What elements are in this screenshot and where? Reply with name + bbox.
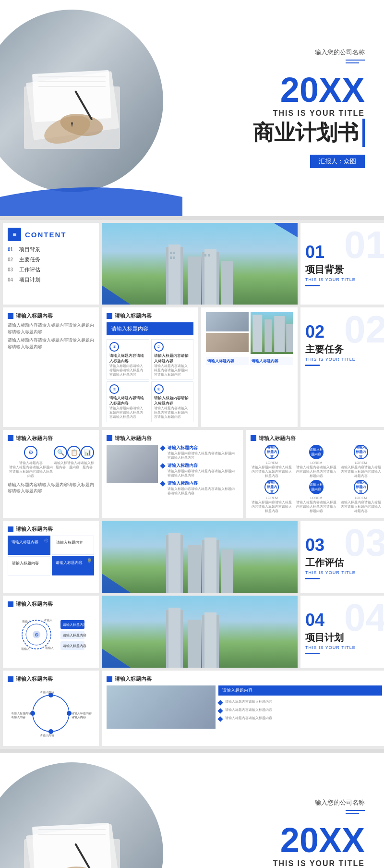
end-hands-illustration (0, 782, 144, 868)
lorem-circle-2: 请输入标题内容 (309, 445, 324, 459)
section-01-en: THIS IS YOUR TITLE (305, 277, 382, 282)
separator-2 (0, 749, 384, 753)
building-slide-1 (102, 223, 298, 305)
row-3: 请输入标题内容 ⚙ 请输入标题内容 请输入标题内容请输入标题内容请输入标题内容请… (3, 430, 384, 518)
cell-4a-3-text: 请输入标题内容 (12, 561, 46, 566)
slide-5c-section04: 04 04 项目计划 THIS IS YOUR TITLE (300, 596, 384, 668)
slide-2a-header: 请输入标题内容 (8, 312, 94, 319)
circle-label-4: 请输入标题内容 (81, 461, 94, 469)
list-text-3b-1: 请输入标题内容 请输入标题内容请输入标题内容请输入标题内容请输入标题内容 (168, 445, 238, 460)
slide-3a-header-text: 请输入标题内容 (16, 435, 53, 442)
cover-circle (0, 10, 163, 192)
photo-2c-2 (206, 333, 249, 352)
grid-tiny-1: 请输入标题内容请输入标题内容请输入标题内容请输入标题内容 (109, 364, 146, 377)
slide-4c-section03: 03 03 工作评估 THIS IS YOUR TITLE (300, 521, 384, 593)
svg-rect-21 (208, 254, 210, 257)
slide-2d: 02 02 主要任务 THIS IS YOUR TITLE (300, 307, 384, 427)
cover-title-cn: 商业计划书 (253, 119, 365, 147)
lorem-text-4: LOREM (251, 496, 293, 500)
icon-circles-row: ⚙ 请输入标题内容 请输入标题内容请输入标题内容请输入标题内容请输入标题内容 🔍… (8, 446, 94, 478)
photo-group-2c (206, 312, 249, 354)
svg-text:请输入: 请输入 (45, 647, 54, 649)
lorem-sub-3: 请输入标题内容请输入标题内容请输入标题内容请输入标题内容 (339, 465, 382, 478)
lorem-text-6: LOREM (339, 496, 382, 500)
svg-rect-14 (204, 249, 216, 305)
svg-rect-50 (168, 608, 180, 668)
lorem-circle-6: 请输入标题内容 (354, 480, 368, 494)
svg-rect-20 (204, 254, 206, 257)
svg-text:请输入标题内容: 请输入标题内容 (11, 711, 31, 715)
list-item-3b-1: 请输入标题内容 请输入标题内容请输入标题内容请输入标题内容请输入标题内容 (161, 445, 238, 460)
list-6b-3: 请输入标题内容请输入标题内容 (218, 716, 382, 721)
circle-icon-2: 🔍 (54, 446, 67, 459)
list-title-3b-1: 请输入标题内容 (168, 445, 238, 451)
cover-decorative-lines (346, 60, 365, 65)
svg-rect-15 (221, 261, 233, 305)
section-02-en: THIS IS YOUR TITLE (305, 357, 382, 362)
lorem-item-5: 请输入标题内容 LOREM 请输入标题内容请输入标题内容请输入标题内容请输入标题… (295, 480, 338, 513)
lorem-circle-4: 请输入标题内容 (264, 480, 279, 494)
cover-subtitle-en: THIS IS YOUR TITLE (273, 109, 365, 118)
svg-rect-17 (173, 252, 175, 254)
slide-5a-header-text: 请输入标题内容 (16, 600, 53, 608)
circle-icon-1: ⚙ (24, 446, 37, 459)
photo-2c-3 (251, 312, 293, 354)
slide-6b: 请输入标题内容 请输入标题内容 请输入标题内容请输入标题内容 请输入标题内容请输… (102, 671, 384, 746)
content-icon: ≡ (8, 228, 21, 241)
list-sub-3b-2: 请输入标题内容请输入标题内容请输入标题内容请输入标题内容 (168, 469, 238, 477)
cover-accent-arc (0, 178, 182, 216)
slide-4a: 请输入标题内容 请输入标题内容 ◎ 请输入标题内容 请输入标题内容 请输入标题内… (3, 521, 99, 593)
item-num-1: 01 (8, 247, 15, 252)
svg-text:请输入内容: 请输入内容 (40, 734, 54, 737)
lorem-circle-3: 请输入标题内容 (354, 445, 368, 459)
blue-rect-3c (251, 435, 256, 441)
slide-6b-header-text: 请输入标题内容 (115, 675, 152, 683)
circular-svg: 请输入标题内容 请输入内容 请输入标题内容 请输入内容 请输入内容 请输入内容 (10, 689, 92, 737)
svg-rect-53 (204, 612, 216, 668)
content-menu-slide: ≡ CONTENT 01 项目背景 02 主要任务 03 工作评估 04 (3, 223, 99, 305)
list-title-3b-3: 请输入标题内容 (168, 480, 238, 487)
icon-1: ① (109, 342, 119, 352)
slide-3b: 请输入标题内容 请输入标题内容 请输入标题内容请输入标题内容请输入标题内容请输入… (102, 430, 243, 518)
lorem-text-2: LOREM (295, 461, 338, 465)
icon-2: ② (154, 342, 164, 352)
end-slide: 输入您的公司名称 20XX THIS IS YOUR TITLE 感谢观看 汇报… (0, 753, 384, 868)
svg-text:请输入: 请输入 (21, 648, 30, 650)
slide-3c-header-text: 请输入标题内容 (259, 435, 296, 442)
end-image (0, 762, 163, 868)
blue-rect-5a (8, 601, 13, 607)
lorem-item-3: 请输入标题内容 LOREM 请输入标题内容请输入标题内容请输入标题内容请输入标题… (339, 445, 382, 478)
cell-4a-1: 请输入标题内容 ◎ (8, 536, 50, 555)
svg-point-59 (67, 711, 72, 716)
circle-icon-4: 📊 (81, 446, 94, 459)
lorem-circle-5: 请输入标题内容 (309, 480, 324, 494)
section-03-en: THIS IS YOUR TITLE (305, 570, 382, 575)
separator-1 (0, 216, 384, 220)
grid-text-1: 请输入标题内容请输入标题内容 (109, 353, 146, 364)
circle-label-1: 请输入标题内容 (8, 461, 54, 465)
cover-year: 20XX (280, 73, 365, 107)
svg-rect-51 (188, 620, 201, 668)
grid-tiny-2: 请输入标题内容请输入标题内容请输入标题内容请输入标题内容 (154, 364, 191, 377)
content-header: ≡ CONTENT (8, 228, 94, 241)
icon-c-1: ⚙ 请输入标题内容 请输入标题内容请输入标题内容请输入标题内容请输入标题内容 (8, 446, 54, 478)
circle-sub-1: 请输入标题内容请输入标题内容请输入标题内容请输入标题内容 (8, 465, 54, 478)
circle-icon-3: 📋 (67, 446, 81, 459)
item-num-4: 04 (8, 277, 15, 282)
list-6b-1: 请输入标题内容请输入标题内容 (218, 699, 382, 705)
slide-5b (102, 596, 298, 668)
svg-text:请输入标题内容: 请输入标题内容 (63, 644, 86, 648)
svg-rect-32 (204, 538, 216, 593)
cell-4a-4-text: 请输入标题内容 (56, 560, 91, 565)
icon-grid-2b: ① 请输入标题内容请输入标题内容 请输入标题内容请输入标题内容请输入标题内容请输… (107, 339, 193, 422)
blue-bar-6b: 请输入标题内容 (218, 685, 382, 696)
slide-3b-header-text: 请输入标题内容 (115, 435, 152, 442)
blue-rect-4a (8, 526, 13, 532)
list-text-6b-3: 请输入标题内容请输入标题内容 (225, 716, 272, 720)
buildings-svg-1 (156, 242, 243, 305)
svg-text:请输入标题内容: 请输入标题内容 (63, 623, 86, 627)
icon-c-3: 📋 请输入标题内容 (67, 446, 81, 478)
lorem-text-5: LOREM (295, 496, 338, 500)
svg-rect-33 (221, 550, 233, 593)
cell-4a-4: 请输入标题内容 💡 (52, 556, 95, 575)
